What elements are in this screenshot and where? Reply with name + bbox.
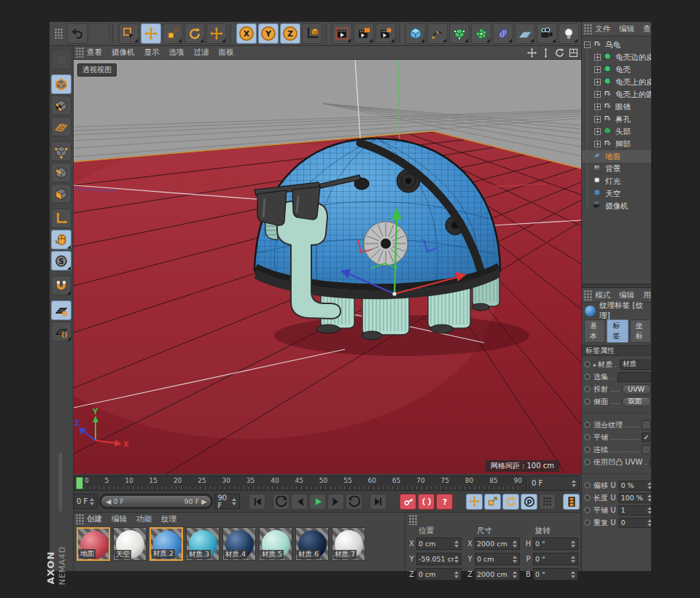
viewport-menu-grip[interactable] [76,47,85,58]
lock-y-button[interactable]: Y [258,23,279,44]
spinner-arrows[interactable] [647,519,652,527]
toolbar-grip[interactable] [55,28,63,39]
keyframe-dot-icon[interactable] [584,422,591,428]
checkbox-平铺[interactable]: ✓ [642,432,651,442]
key-scale-button[interactable] [484,494,501,510]
frame-spinner-field[interactable]: 0 F [529,475,580,491]
tab-标签[interactable]: 标签 [607,319,628,343]
viewport-menu-4[interactable]: 过滤 [194,47,209,58]
object-row-地面[interactable]: 地面 [582,150,651,163]
dropdown-侧面[interactable]: 双面 [622,397,651,407]
expander-icon[interactable]: + [594,54,601,61]
spinner-arrows[interactable] [454,556,459,563]
coordinate-field-位置-X[interactable]: 0 cm [416,537,462,550]
next-key-button[interactable] [346,494,362,510]
keyframe-dot-icon[interactable] [584,386,591,392]
goto-start-button[interactable] [249,494,265,510]
spinner-arrows[interactable] [453,540,459,548]
object-row-龟壳[interactable]: +龟壳 [582,63,651,76]
points-mode-button[interactable] [51,141,71,161]
material-地面[interactable]: 地面 [77,527,110,561]
object-axis-mode-button[interactable] [51,209,71,228]
material-menu-3[interactable]: 纹理 [161,514,176,524]
lock-x-button[interactable]: X [236,23,257,44]
viewport-toggle-button[interactable] [567,47,579,58]
render-view-button[interactable] [332,23,352,44]
object-row-脚部[interactable]: +脚部 [582,138,651,150]
viewport-pan-button[interactable] [526,47,537,58]
viewport-menu-1[interactable]: 摄像机 [112,47,135,58]
scroll-strip[interactable] [58,451,63,513]
render-picture-viewer-button[interactable] [354,23,374,44]
object-row-龟壳边的皮带[interactable]: +龟壳边的皮带 [582,51,651,63]
object-row-龟壳上的圆柱[interactable]: +龟壳上的圆柱 [582,88,651,101]
end-frame-field[interactable]: 90 F [214,494,240,509]
spinner-arrows[interactable] [569,571,576,578]
tab-坐标[interactable]: 坐标 [630,319,651,343]
material-menu-grip[interactable] [76,514,85,524]
key-rotation-button[interactable] [502,494,519,510]
add-deformer-button[interactable] [493,23,513,44]
viewport-canvas[interactable]: Y X Z 透视视图 网格间距 : 100 cm [74,60,581,474]
field-选集[interactable] [618,372,651,382]
next-frame-button[interactable] [327,494,344,510]
undo-button[interactable] [67,23,88,44]
expander-icon[interactable]: + [594,66,601,73]
spinner-arrows[interactable] [647,482,652,489]
add-primitive-button[interactable] [405,23,426,44]
expander-icon[interactable]: + [594,116,601,123]
tab-基本[interactable]: 基本 [584,319,605,343]
rotate-tool-button[interactable] [184,23,205,44]
object-manager-menu-1[interactable]: 编辑 [619,24,634,34]
spinner-arrows[interactable] [88,498,95,505]
timeline-playhead[interactable] [76,477,83,489]
last-tool-button[interactable] [206,23,227,44]
spinner-arrows[interactable] [647,494,652,502]
field-偏移 U[interactable]: 0 % [618,481,652,491]
viewport-zoom-button[interactable] [540,47,551,58]
object-row-灯光[interactable]: 灯光 [582,175,651,187]
current-frame-field[interactable]: 0 F [74,494,98,509]
key-parameter-button[interactable]: P [521,494,537,510]
expander-icon[interactable]: + [594,141,601,147]
play-button[interactable] [309,494,326,510]
add-environment-button[interactable] [515,23,535,44]
spinner-arrows[interactable] [511,556,518,563]
previous-key-button[interactable] [273,494,289,510]
material-材质.7[interactable]: 材质.7 [332,527,365,561]
keyframe-dot-icon[interactable] [584,361,591,368]
spinner-arrows[interactable] [511,540,518,548]
model-mode-button[interactable] [51,74,71,94]
coordinate-field-尺寸-Y[interactable]: 0 cm [475,553,520,565]
material-材质.5[interactable]: 材质.5 [259,527,292,561]
spinner-arrows[interactable] [453,571,459,578]
spinner-arrows[interactable] [231,498,237,505]
expander-icon[interactable]: + [594,91,601,98]
dropdown-投射[interactable]: UVW [622,384,651,395]
viewport-rotate-button[interactable] [553,47,565,58]
add-light-button[interactable] [559,23,579,44]
keyframe-dot-icon[interactable] [584,398,591,405]
object-row-眼镜[interactable]: +眼镜 [582,101,651,113]
material-menu-0[interactable]: 创建 [87,514,102,524]
expander-icon[interactable]: + [594,79,601,85]
viewport-menu-2[interactable]: 显示 [144,47,160,58]
keyframe-dot-icon[interactable] [584,434,591,440]
attribute-grip[interactable] [584,290,593,300]
texture-mode-button[interactable] [51,96,71,115]
material-材质.3[interactable]: 材质.3 [186,527,219,561]
keyframe-dot-icon[interactable] [584,519,591,526]
previous-frame-button[interactable] [291,494,308,510]
coordinate-field-旋转-B[interactable]: 0 ° [533,568,578,580]
object-manager-menu-0[interactable]: 文件 [595,24,610,34]
add-modeling-button[interactable] [471,23,491,44]
checkbox-连续[interactable] [642,445,651,454]
material-材质.6[interactable]: 材质.6 [295,527,329,561]
spinner-arrows[interactable] [569,556,576,563]
field-重复 U[interactable]: 0 [618,518,652,528]
record-help-button[interactable]: ? [436,494,453,510]
checkbox-混合纹理[interactable] [642,420,651,430]
spinner-arrows[interactable] [647,507,652,514]
coordinate-field-旋转-H[interactable]: 0 ° [533,537,578,550]
field-平铺 U[interactable]: 1 [618,505,652,516]
